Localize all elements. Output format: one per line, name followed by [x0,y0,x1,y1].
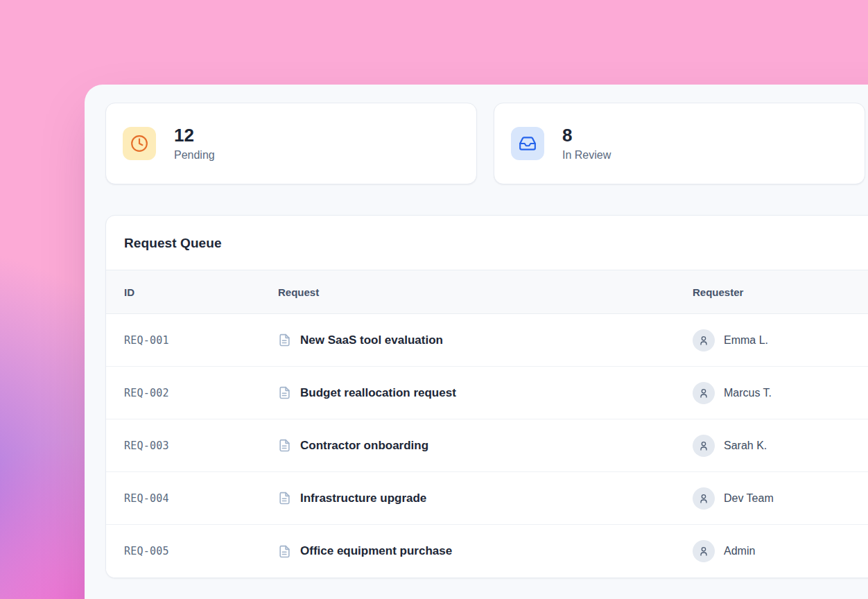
user-avatar-icon [693,329,715,351]
table-header-row: ID Request Requester [106,270,868,314]
requester-name: Emma L. [724,334,768,347]
column-header-request: Request [278,286,693,298]
column-header-requester: Requester [693,286,868,298]
file-text-icon [278,386,291,399]
requester-name: Sarah K. [724,440,767,452]
user-avatar-icon [693,487,715,510]
requester-cell: Marcus T. [693,382,868,404]
desktop-background: { "stats": [ { "value": "12", "label": "… [0,0,868,599]
requester-name: Admin [724,545,755,557]
file-text-icon [278,545,291,558]
file-text-icon [278,439,291,452]
inbox-icon-glyph [519,134,537,153]
file-text-icon [278,492,291,505]
table-body: REQ-001 New SaaS tool evaluation Emma L. [106,314,868,578]
stat-text-pending: 12 Pending [174,125,215,162]
table-row[interactable]: REQ-001 New SaaS tool evaluation Emma L. [106,314,868,367]
requester-name: Marcus T. [724,387,772,399]
requester-cell: Dev Team [693,487,868,510]
column-header-id: ID [124,286,278,298]
user-avatar-icon [693,382,715,404]
table-row[interactable]: REQ-002 Budget reallocation request Marc… [106,367,868,419]
requester-name: Dev Team [724,492,774,505]
stat-value: 8 [562,125,611,146]
stats-row: 12 Pending 8 In Review [105,103,868,184]
requester-cell: Admin [693,540,868,562]
request-title: Infrastructure upgrade [300,492,426,505]
requester-cell: Sarah K. [693,435,868,457]
table-row[interactable]: REQ-004 Infrastructure upgrade Dev Team [106,472,868,525]
table-row[interactable]: REQ-003 Contractor onboarding Sarah K. [106,419,868,472]
request-queue-card: Request Queue ID Request Requester REQ-0… [105,215,868,578]
stat-card-in-review: 8 In Review [494,103,865,184]
user-avatar-icon [693,435,715,457]
card-title: Request Queue [124,236,868,251]
request-id: REQ-001 [124,334,278,347]
clock-icon [123,127,156,160]
user-avatar-icon [693,540,715,562]
stat-value: 12 [174,125,215,146]
requester-cell: Emma L. [693,329,868,351]
request-cell: Infrastructure upgrade [278,492,693,505]
table-row[interactable]: REQ-005 Office equipment purchase Admin [106,525,868,578]
request-id: REQ-002 [124,387,278,399]
request-cell: New SaaS tool evaluation [278,333,693,347]
request-title: Office equipment purchase [300,544,452,558]
request-cell: Office equipment purchase [278,544,693,558]
clock-icon-glyph [130,134,148,153]
file-text-icon [278,333,291,347]
app-panel: 12 Pending 8 In Review Request Queue [85,85,868,599]
request-id: REQ-005 [124,545,278,557]
request-title: New SaaS tool evaluation [300,333,443,347]
request-id: REQ-004 [124,492,278,505]
request-title: Budget reallocation request [300,386,456,400]
request-id: REQ-003 [124,440,278,452]
request-cell: Budget reallocation request [278,386,693,400]
card-header: Request Queue [106,216,868,270]
stat-label: In Review [562,149,611,162]
stat-label: Pending [174,149,215,162]
request-cell: Contractor onboarding [278,439,693,453]
request-title: Contractor onboarding [300,439,428,453]
stat-card-pending: 12 Pending [105,103,477,184]
inbox-icon [511,127,544,160]
stat-text-in-review: 8 In Review [562,125,611,162]
